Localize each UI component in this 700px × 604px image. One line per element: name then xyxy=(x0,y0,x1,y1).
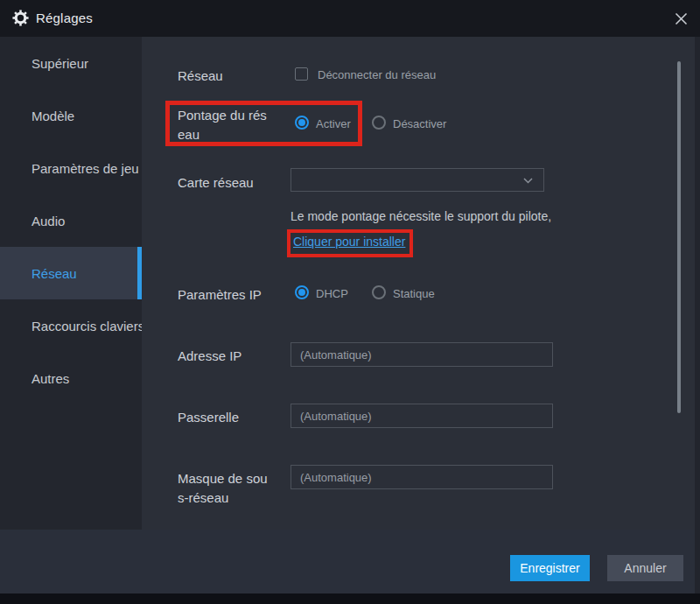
sidebar-item-label: Supérieur xyxy=(32,56,88,71)
sidebar-item-raccourcis-claviers[interactable]: Raccourcis claviers xyxy=(0,299,142,352)
ip-address-input[interactable] xyxy=(290,342,553,367)
sidebar-item-label: Autres xyxy=(32,371,69,386)
sidebar-item-reseau[interactable]: Réseau xyxy=(0,247,142,299)
bridge-deactivate-radio[interactable] xyxy=(372,116,386,130)
network-adapter-select[interactable] xyxy=(290,168,544,192)
install-driver-link[interactable]: Cliquer pour installer xyxy=(293,235,405,249)
driver-note: Le mode pontage nécessite le support du … xyxy=(290,209,551,223)
footer: Enregistrer Annuler xyxy=(0,530,700,593)
dhcp-label: DHCP xyxy=(316,287,348,300)
sidebar: Supérieur Modèle Paramètres de jeu Audio… xyxy=(0,37,142,530)
sidebar-item-label: Paramètres de jeu xyxy=(32,161,139,176)
bridge-deactivate-label: Désactiver xyxy=(393,117,446,130)
sidebar-item-label: Modèle xyxy=(32,109,74,123)
network-settings-panel: Réseau Déconnecter du réseau Pontage du … xyxy=(142,37,700,530)
cancel-button[interactable]: Annuler xyxy=(607,555,683,581)
close-icon xyxy=(675,12,688,25)
settings-window: Réglages Supérieur Modèle Paramètres de … xyxy=(0,0,700,604)
bridge-label: Pontage du réseau xyxy=(178,106,274,144)
window-title: Réglages xyxy=(36,11,93,25)
window-right-edge xyxy=(695,37,700,593)
gateway-label: Passerelle xyxy=(178,408,274,427)
bridge-activate-radio[interactable] xyxy=(295,116,309,130)
sidebar-item-audio[interactable]: Audio xyxy=(0,194,142,247)
sidebar-item-autres[interactable]: Autres xyxy=(0,352,142,404)
window-bottom-edge xyxy=(0,593,700,604)
titlebar: Réglages xyxy=(0,0,700,37)
sidebar-item-label: Audio xyxy=(32,214,65,228)
static-label: Statique xyxy=(393,287,435,300)
sidebar-item-parametres-de-jeu[interactable]: Paramètres de jeu xyxy=(0,142,142,194)
scrollbar-thumb[interactable] xyxy=(677,61,681,413)
save-button[interactable]: Enregistrer xyxy=(510,555,590,581)
ip-address-label: Adresse IP xyxy=(178,347,274,366)
bridge-activate-label: Activer xyxy=(316,117,351,130)
close-button[interactable] xyxy=(670,8,691,29)
sidebar-item-modele[interactable]: Modèle xyxy=(0,89,142,142)
ip-settings-label: Paramètres IP xyxy=(178,285,274,305)
static-radio[interactable] xyxy=(372,285,386,299)
gateway-input[interactable] xyxy=(290,404,553,428)
disconnect-network-label: Déconnecter du réseau xyxy=(318,68,436,81)
dhcp-radio[interactable] xyxy=(295,285,309,299)
subnet-mask-label: Masque de sous-réseau xyxy=(178,469,274,508)
subnet-mask-input[interactable] xyxy=(290,465,553,489)
network-label: Réseau xyxy=(178,67,274,86)
adapter-label: Carte réseau xyxy=(178,173,274,193)
gear-icon xyxy=(12,10,29,26)
disconnect-network-checkbox[interactable] xyxy=(295,67,308,81)
sidebar-item-label: Raccourcis claviers xyxy=(32,319,144,334)
chevron-down-icon xyxy=(523,178,533,184)
sidebar-item-label: Réseau xyxy=(32,266,77,281)
sidebar-item-superieur[interactable]: Supérieur xyxy=(0,37,142,89)
